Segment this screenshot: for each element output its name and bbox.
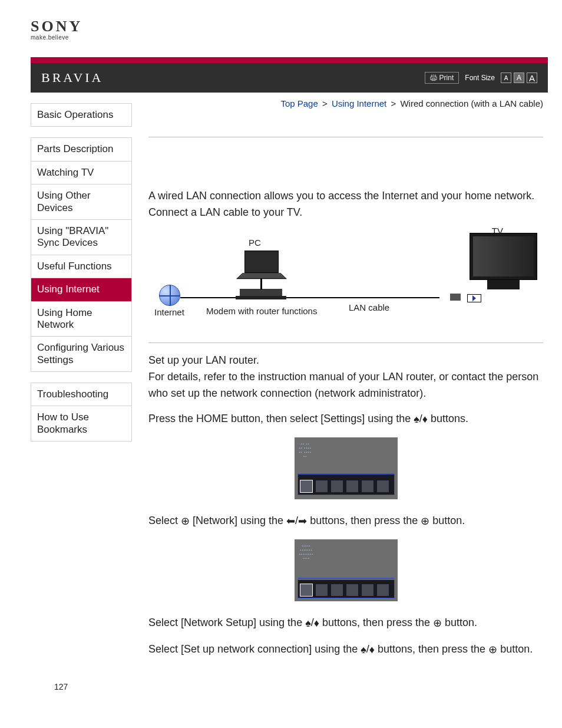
step-setup-connection: Select [Set up network connection] using… bbox=[148, 641, 543, 658]
tv-port-icon bbox=[467, 294, 481, 302]
tagline: make.believe bbox=[31, 34, 548, 41]
network-icon: ⊕ bbox=[181, 513, 190, 530]
enter-icon: ⊕ bbox=[488, 642, 497, 658]
diagram-pc-label: PC bbox=[249, 238, 261, 248]
product-name: BRAVIA bbox=[41, 70, 104, 85]
down-arrow-icon: ♦ bbox=[422, 411, 428, 428]
brand-text: SONY bbox=[31, 18, 548, 35]
sidebar-item-using-internet[interactable]: Using Internet bbox=[31, 278, 132, 301]
breadcrumb: Top Page > Using Internet > Wired connec… bbox=[148, 98, 543, 108]
enter-icon: ⊕ bbox=[433, 615, 442, 632]
breadcrumb-top[interactable]: Top Page bbox=[280, 98, 318, 108]
up-arrow-icon: ♠ bbox=[305, 615, 311, 632]
diagram-modem-label: Modem with router functions bbox=[206, 306, 317, 316]
sidebar-item-using-bravia-sync-devices[interactable]: Using "BRAVIA" Sync Devices bbox=[31, 220, 132, 255]
up-arrow-icon: ♠ bbox=[361, 642, 366, 658]
fontsize-large[interactable]: A bbox=[527, 73, 537, 83]
intro-text: A wired LAN connection allows you to acc… bbox=[148, 188, 543, 221]
print-button[interactable]: Print bbox=[425, 72, 459, 84]
svg-rect-0 bbox=[431, 75, 436, 77]
network-screenshot: •••••••••••••••••••••••• bbox=[295, 539, 398, 601]
header-bar: BRAVIA Print Font Size A A A bbox=[31, 63, 548, 93]
settings-screenshot: •• •••• •••••• •••••• bbox=[295, 437, 398, 499]
divider bbox=[148, 342, 543, 343]
down-arrow-icon: ♦ bbox=[314, 615, 319, 632]
main-content: Top Page > Using Internet > Wired connec… bbox=[148, 93, 548, 691]
sidebar-item-using-other-devices[interactable]: Using Other Devices bbox=[31, 185, 132, 220]
diagram-lan-label: LAN cable bbox=[349, 302, 389, 312]
sidebar-item-parts-description[interactable]: Parts Description bbox=[31, 137, 132, 161]
sidebar-item-useful-functions[interactable]: Useful Functions bbox=[31, 255, 132, 278]
sidebar-item-troubleshooting[interactable]: Troubleshooting bbox=[31, 383, 132, 406]
breadcrumb-current: Wired connection (with a LAN cable) bbox=[400, 98, 543, 108]
step-network-setup: Select [Network Setup] using the ♠/♦ but… bbox=[148, 615, 543, 632]
step-select-network: Select ⊕ [Network] using the ⬅/➡ buttons… bbox=[148, 513, 543, 530]
diagram-internet-label: Internet bbox=[154, 307, 184, 317]
right-arrow-icon: ➡ bbox=[298, 513, 307, 530]
print-icon bbox=[430, 74, 437, 81]
left-arrow-icon: ⬅ bbox=[286, 513, 295, 530]
down-arrow-icon: ♦ bbox=[369, 642, 375, 658]
sidebar-item-basic-operations[interactable]: Basic Operations bbox=[31, 103, 132, 127]
enter-icon: ⊕ bbox=[421, 513, 429, 530]
sidebar-item-watching-tv[interactable]: Watching TV bbox=[31, 162, 132, 185]
laptop-icon bbox=[240, 251, 282, 277]
svg-rect-1 bbox=[430, 77, 437, 80]
sidebar-item-configuring-various-settings[interactable]: Configuring Various Settings bbox=[31, 337, 132, 372]
breadcrumb-l2[interactable]: Using Internet bbox=[332, 98, 386, 108]
fontsize-small[interactable]: A bbox=[501, 73, 511, 83]
sidebar-item-using-home-network[interactable]: Using Home Network bbox=[31, 302, 132, 337]
fontsize-medium[interactable]: A bbox=[514, 73, 524, 83]
sidebar-item-how-to-use-bookmarks[interactable]: How to Use Bookmarks bbox=[31, 406, 132, 442]
sony-logo: SONY make.believe bbox=[31, 18, 548, 41]
step-home-settings: Press the HOME button, then select [Sett… bbox=[148, 411, 543, 428]
modem-icon bbox=[240, 289, 282, 296]
red-bar bbox=[31, 57, 548, 63]
lan-connector-icon bbox=[450, 294, 461, 301]
globe-icon bbox=[159, 285, 180, 306]
print-label: Print bbox=[439, 74, 454, 82]
fontsize-label: Font Size bbox=[465, 74, 495, 82]
page-number: 127 bbox=[54, 682, 543, 691]
up-arrow-icon: ♠ bbox=[414, 411, 419, 428]
sidebar: Basic Operations Parts DescriptionWatchi… bbox=[31, 93, 132, 691]
connection-diagram: PC TV Internet Modem with router functio… bbox=[148, 230, 543, 331]
step-setup-router: Set up your LAN router. For details, ref… bbox=[148, 353, 543, 402]
